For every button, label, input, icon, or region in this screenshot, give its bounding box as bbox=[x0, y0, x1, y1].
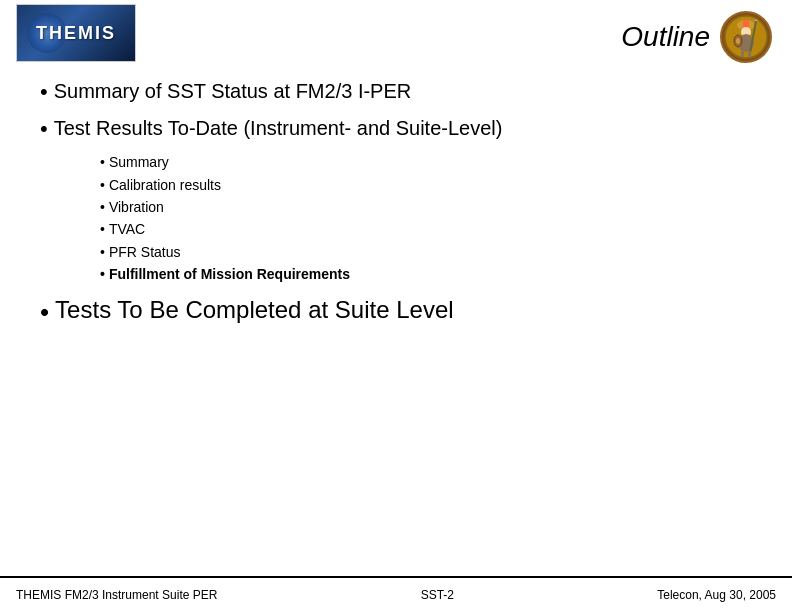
sub-text-5: PFR Status bbox=[109, 241, 181, 263]
bullet-item-1: • Summary of SST Status at FM2/3 I-PER bbox=[40, 78, 752, 107]
footer: THEMIS FM2/3 Instrument Suite PER SST-2 … bbox=[0, 576, 792, 612]
sub-bullets-list: • Summary • Calibration results • Vibrat… bbox=[100, 151, 752, 285]
svg-rect-2 bbox=[743, 20, 749, 28]
themis-logo-bg: THEMIS bbox=[17, 5, 135, 61]
athena-svg bbox=[724, 15, 768, 59]
outline-title-area: Outline bbox=[621, 11, 772, 63]
header-left: THEMIS bbox=[16, 4, 136, 62]
bullet-text-large: Tests To Be Completed at Suite Level bbox=[55, 296, 453, 324]
bullet-dot-2: • bbox=[40, 115, 48, 144]
footer-left-text: THEMIS FM2/3 Instrument Suite PER bbox=[16, 588, 217, 602]
footer-right-text: Telecon, Aug 30, 2005 bbox=[657, 588, 776, 602]
bullet-text-2: Test Results To-Date (Instrument- and Su… bbox=[54, 115, 503, 142]
bullet-dot-1: • bbox=[40, 78, 48, 107]
sub-dot-6: • bbox=[100, 263, 105, 285]
sub-dot-3: • bbox=[100, 196, 105, 218]
sub-dot-4: • bbox=[100, 218, 105, 240]
sub-text-6: Fulfillment of Mission Requirements bbox=[109, 263, 350, 285]
sub-dot-1: • bbox=[100, 151, 105, 173]
header: THEMIS Outline bbox=[0, 0, 792, 70]
sub-bullet-5: • PFR Status bbox=[100, 241, 752, 263]
bullet-item-large: • Tests To Be Completed at Suite Level bbox=[40, 296, 752, 330]
sub-bullet-3: • Vibration bbox=[100, 196, 752, 218]
main-content: • Summary of SST Status at FM2/3 I-PER •… bbox=[0, 70, 792, 576]
themis-logo-text: THEMIS bbox=[36, 23, 116, 44]
sub-dot-2: • bbox=[100, 174, 105, 196]
athena-logo bbox=[720, 11, 772, 63]
bullet-item-2: • Test Results To-Date (Instrument- and … bbox=[40, 115, 752, 144]
sub-text-3: Vibration bbox=[109, 196, 164, 218]
svg-point-8 bbox=[736, 38, 740, 44]
sub-text-4: TVAC bbox=[109, 218, 145, 240]
themis-logo: THEMIS bbox=[16, 4, 136, 62]
sub-text-2: Calibration results bbox=[109, 174, 221, 196]
outline-title: Outline bbox=[621, 21, 710, 53]
sub-text-1: Summary bbox=[109, 151, 169, 173]
sub-bullet-2: • Calibration results bbox=[100, 174, 752, 196]
sub-dot-5: • bbox=[100, 241, 105, 263]
svg-rect-9 bbox=[741, 51, 744, 57]
sub-bullet-4: • TVAC bbox=[100, 218, 752, 240]
bullet-text-1: Summary of SST Status at FM2/3 I-PER bbox=[54, 78, 412, 105]
sub-bullet-1: • Summary bbox=[100, 151, 752, 173]
svg-rect-10 bbox=[748, 51, 751, 57]
slide: THEMIS Outline bbox=[0, 0, 792, 612]
sub-bullet-6: • Fulfillment of Mission Requirements bbox=[100, 263, 752, 285]
footer-center-text: SST-2 bbox=[421, 588, 454, 602]
bullet-dot-large: • bbox=[40, 296, 49, 330]
